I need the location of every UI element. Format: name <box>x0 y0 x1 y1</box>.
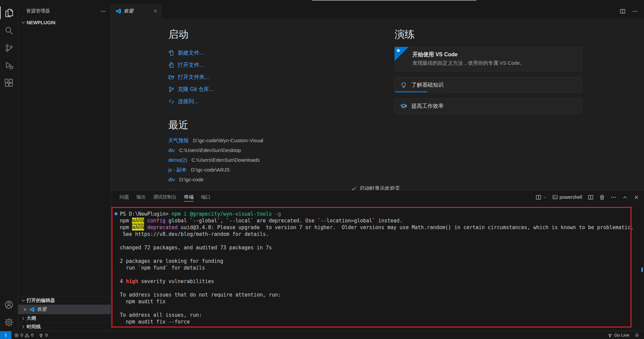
activity-bar <box>0 4 18 331</box>
start-link[interactable]: 连接到... <box>168 95 357 107</box>
chevron-down-icon <box>21 20 26 25</box>
panel-header: 问题输出调试控制台终端端口 powershell <box>111 190 644 204</box>
go-live-label: Go Live <box>614 333 629 338</box>
source-control-icon <box>4 43 13 53</box>
terminal-instance-powershell[interactable]: powershell <box>552 194 582 200</box>
open-folder-icon <box>168 74 174 80</box>
panel-tab[interactable]: 端口 <box>197 190 214 204</box>
close-icon[interactable] <box>23 307 27 312</box>
walkthroughs-heading: 演练 <box>395 28 582 41</box>
broadcast-icon <box>608 333 612 338</box>
notifications-bell[interactable] <box>632 333 642 338</box>
start-link[interactable]: 打开文件夹... <box>168 71 357 83</box>
open-file-icon <box>168 62 174 68</box>
activity-bar-source-control[interactable] <box>0 39 18 57</box>
run-debug-icon <box>4 61 13 70</box>
close-tab-icon[interactable] <box>153 9 158 13</box>
bell-icon <box>635 333 639 338</box>
open-editor-label: 欢迎 <box>37 306 46 312</box>
terminal-icon <box>552 194 558 200</box>
terminal-line <box>120 285 644 291</box>
warning-icon <box>25 333 29 338</box>
command-center-edge <box>312 0 476 1</box>
recent-item-name[interactable]: 天气预报 <box>168 137 189 144</box>
panel-tab[interactable]: 终端 <box>180 190 197 204</box>
recent-item-path: D:\gc-code <box>179 177 204 182</box>
terminal-output[interactable]: PS D:\NewPlugin> npm i @grapecity/wyn-vi… <box>111 204 644 331</box>
split-editor-icon[interactable] <box>620 8 625 14</box>
open-editors-section[interactable]: 打开的编辑器 <box>18 296 111 305</box>
start-link-label: 新建文件... <box>178 50 204 57</box>
terminal-line: npm WARN config global `--global`, `--lo… <box>120 217 644 224</box>
walkthrough-title: 提高工作效率 <box>411 103 444 110</box>
tab-welcome[interactable]: 欢迎 <box>111 4 162 18</box>
split-terminal-button[interactable] <box>588 194 594 200</box>
radio-tower-icon <box>39 333 43 338</box>
terminal-line: To address all issues, run: <box>120 312 644 318</box>
start-link-label: 连接到... <box>178 98 198 105</box>
chevron-down-icon <box>543 195 547 199</box>
account-icon <box>4 300 13 309</box>
error-count: 0 <box>21 333 23 338</box>
terminal-line: changed 72 packages, and audited 73 pack… <box>120 244 644 251</box>
activity-bar-explorer[interactable] <box>0 4 18 22</box>
lightbulb-icon <box>400 82 407 88</box>
recent-item-name[interactable]: js - 副本 <box>168 167 187 173</box>
gear-icon <box>4 318 13 327</box>
ports-count: 0 <box>45 333 47 338</box>
start-link[interactable]: 新建文件... <box>168 47 357 59</box>
open-editor-welcome[interactable]: 欢迎 <box>18 305 111 314</box>
terminal-line: npm audit fix --force <box>120 318 644 325</box>
editor-more-actions-icon[interactable] <box>632 8 638 14</box>
walkthrough-card[interactable]: 了解基础知识 <box>395 77 582 93</box>
remote-indicator[interactable] <box>0 331 11 339</box>
walkthrough-card[interactable]: 提高工作效率 <box>395 98 582 114</box>
show-welcome-checkbox[interactable]: 启动时显示欢迎页 <box>351 185 400 190</box>
activity-bar-settings[interactable] <box>0 313 18 331</box>
launch-profile-button[interactable] <box>536 194 547 200</box>
command-decoration-dot[interactable] <box>114 212 117 215</box>
search-icon <box>4 26 13 35</box>
activity-bar-accounts[interactable] <box>0 296 18 313</box>
terminal-line: PS D:\NewPlugin> npm i @grapecity/wyn-vi… <box>120 211 644 217</box>
folder-section-newplugin[interactable]: NEWPLUGIN <box>18 18 111 27</box>
outline-section[interactable]: 大纲 <box>18 314 111 322</box>
remote-icon <box>168 98 174 104</box>
graduation-cap-icon <box>400 103 407 110</box>
panel-tab[interactable]: 调试控制台 <box>149 190 180 204</box>
recent-item-path: C:\Users\EdenSun\Downloads <box>192 157 260 163</box>
problems-status[interactable]: 0 0 <box>11 331 36 339</box>
shell-label: powershell <box>560 194 582 200</box>
ports-status[interactable]: 0 <box>36 331 50 339</box>
files-icon <box>4 8 13 18</box>
panel-tabs: 问题输出调试控制台终端端口 <box>116 190 214 204</box>
maximize-panel-button[interactable] <box>622 194 628 200</box>
activity-bar-run-debug[interactable] <box>0 57 18 74</box>
start-link[interactable]: 打开文件... <box>168 59 357 71</box>
walkthrough-list: 开始使用 VS Code发现最佳的自定义方法，使用你的专属 VS Code。了解… <box>395 47 582 114</box>
new-file-icon <box>168 50 174 56</box>
close-panel-button[interactable] <box>634 194 639 200</box>
recent-item-name[interactable]: demo(2) <box>168 157 187 163</box>
kill-terminal-button[interactable] <box>599 194 605 200</box>
activity-bar-extensions[interactable] <box>0 74 18 92</box>
terminal-line <box>120 251 644 258</box>
panel-tab[interactable]: 问题 <box>116 190 133 204</box>
timeline-section[interactable]: 时间线 <box>18 322 111 331</box>
terminal-line: 4 high severity vulnerabilities <box>120 278 644 285</box>
terminal-line <box>120 305 644 312</box>
recent-item-path: D:\gc-code\Wyn-Custom-Visual <box>193 137 263 143</box>
walkthrough-card[interactable]: 开始使用 VS Code发现最佳的自定义方法，使用你的专属 VS Code。 <box>395 47 582 71</box>
go-live-button[interactable]: Go Live <box>605 333 632 338</box>
panel-tab[interactable]: 输出 <box>133 190 149 204</box>
terminal-line: run `npm fund` for details <box>120 265 644 271</box>
activity-bar-search[interactable] <box>0 22 18 39</box>
recent-item-name[interactable]: div <box>168 177 175 182</box>
welcome-page: 启动 新建文件...打开文件...打开文件夹...克隆 Git 仓库...连接到… <box>111 18 644 190</box>
panel-more-actions-button[interactable] <box>611 194 616 200</box>
title-bar <box>0 0 644 4</box>
more-actions-icon[interactable] <box>100 8 106 14</box>
recent-item-name[interactable]: div <box>168 147 175 153</box>
start-link[interactable]: 克隆 Git 仓库... <box>168 83 357 95</box>
check-icon <box>351 186 357 190</box>
